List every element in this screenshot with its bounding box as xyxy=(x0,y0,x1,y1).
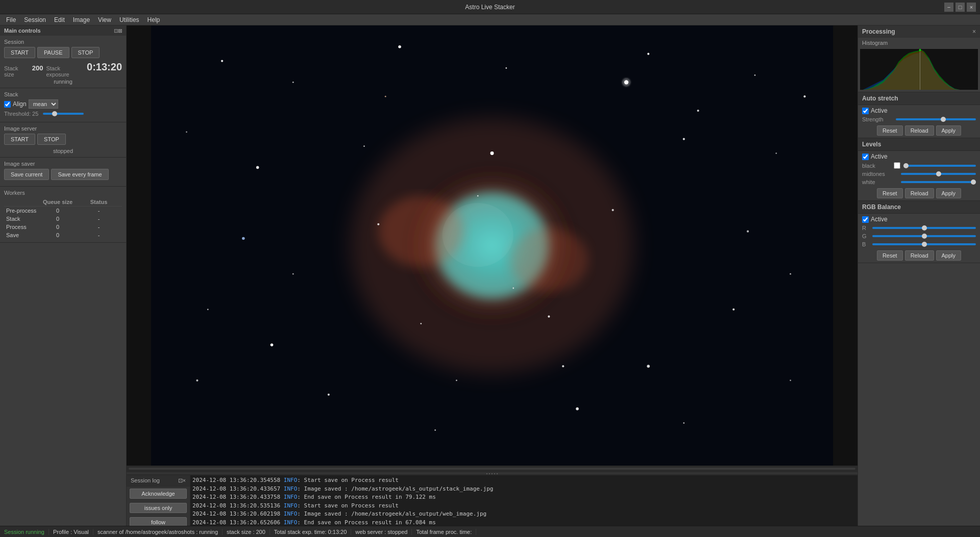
menu-edit[interactable]: Edit xyxy=(50,15,69,24)
workers-table: Queue size Status Pre-process 0 - Stack … xyxy=(4,198,122,239)
svg-point-17 xyxy=(775,152,777,154)
levels-section: Levels Active black midtones white Reset… xyxy=(858,138,980,201)
g-row: G xyxy=(858,232,980,240)
histogram-label: Histogram xyxy=(858,38,980,47)
image-container xyxy=(127,25,857,466)
processing-title: Processing xyxy=(862,28,895,35)
svg-point-25 xyxy=(683,422,684,424)
rgb-balance-header: RGB Balance xyxy=(858,201,980,214)
svg-point-24 xyxy=(328,394,330,396)
levels-reload-button[interactable]: Reload xyxy=(905,188,934,198)
black-slider[interactable] xyxy=(903,165,976,167)
levels-reset-button[interactable]: Reset xyxy=(877,188,903,198)
svg-point-41 xyxy=(385,96,386,97)
b-label: B xyxy=(862,241,870,247)
list-item: 2024-12-08 13:36:20.433657 INFO: Image s… xyxy=(192,485,855,494)
col-name-header xyxy=(4,198,40,207)
worker-status: - xyxy=(76,231,122,239)
nebula-image xyxy=(127,25,857,466)
rgb-apply-button[interactable]: Apply xyxy=(936,250,962,261)
status-bar: Session runningProfile : Visualscanner o… xyxy=(0,526,980,537)
svg-point-40 xyxy=(562,365,564,367)
image-server-stop-button[interactable]: STOP xyxy=(37,134,66,145)
stack-exposure-value: 0:13:20 xyxy=(87,61,122,73)
close-button[interactable]: × xyxy=(967,3,976,12)
image-server-btn-row: START STOP xyxy=(4,134,122,145)
auto-stretch-reset-button[interactable]: Reset xyxy=(877,125,903,136)
auto-stretch-reload-button[interactable]: Reload xyxy=(905,125,934,136)
stop-button[interactable]: STOP xyxy=(71,47,100,58)
worker-name: Process xyxy=(4,223,40,231)
svg-point-16 xyxy=(683,138,685,140)
image-server-section: Image server START STOP stopped xyxy=(0,122,126,158)
main-controls-title: Main controls ⊡⊠ xyxy=(0,25,126,36)
svg-point-32 xyxy=(512,288,514,289)
black-checkbox[interactable] xyxy=(894,162,900,169)
levels-header: Levels xyxy=(858,138,980,151)
menu-file[interactable]: File xyxy=(2,15,20,24)
g-slider[interactable] xyxy=(872,235,976,237)
menu-session[interactable]: Session xyxy=(20,15,50,24)
svg-point-43 xyxy=(196,379,198,381)
auto-stretch-header: Auto stretch xyxy=(858,92,980,105)
threshold-row: Threshold: 25 xyxy=(4,111,122,117)
table-row: Stack 0 - xyxy=(4,215,122,223)
svg-point-48 xyxy=(919,49,921,51)
svg-point-11 xyxy=(754,74,756,76)
auto-stretch-active-checkbox[interactable] xyxy=(862,108,869,114)
follow-button[interactable]: follow xyxy=(130,517,187,526)
svg-point-30 xyxy=(548,316,550,318)
menu-view[interactable]: View xyxy=(94,15,115,24)
midtones-label: midtones xyxy=(862,171,892,177)
save-current-button[interactable]: Save current xyxy=(4,169,49,180)
start-button[interactable]: START xyxy=(4,47,35,58)
svg-point-21 xyxy=(790,273,791,275)
menu-utilities[interactable]: Utilities xyxy=(115,15,143,24)
save-every-frame-button[interactable]: Save every frame xyxy=(51,169,108,180)
processing-close-icon[interactable]: × xyxy=(972,28,976,35)
restore-button[interactable]: □ xyxy=(955,3,965,12)
align-label: Align xyxy=(13,100,27,108)
log-title-icons[interactable]: ⊡× xyxy=(178,477,186,484)
issues-only-button[interactable]: issues only xyxy=(130,503,187,513)
minimize-button[interactable]: − xyxy=(944,3,953,12)
right-panel: Processing × Histogram xyxy=(857,25,980,526)
svg-point-6 xyxy=(221,60,223,62)
worker-name: Pre-process xyxy=(4,207,40,215)
align-checkbox[interactable] xyxy=(4,101,11,108)
levels-active-checkbox[interactable] xyxy=(862,154,869,160)
panel-title-icons[interactable]: ⊡⊠ xyxy=(114,28,122,34)
white-slider[interactable] xyxy=(901,181,976,183)
log-sidebar: Session log ⊡× Acknowledge issues only f… xyxy=(127,475,190,526)
midtones-slider[interactable] xyxy=(901,173,976,175)
worker-name: Save xyxy=(4,231,40,239)
pause-button[interactable]: PAUSE xyxy=(37,47,69,58)
black-label: black xyxy=(862,163,892,169)
image-server-start-button[interactable]: START xyxy=(4,134,35,145)
auto-stretch-active-row: Active xyxy=(858,105,980,115)
stack-size-value: 200 xyxy=(32,64,43,72)
image-scrollbar-track[interactable] xyxy=(129,468,855,470)
svg-point-42 xyxy=(697,110,699,112)
rgb-active-checkbox[interactable] xyxy=(862,216,869,223)
svg-point-29 xyxy=(420,323,422,324)
r-slider[interactable] xyxy=(872,227,976,229)
titlebar-controls: − □ × xyxy=(944,0,976,14)
threshold-slider[interactable] xyxy=(43,113,84,115)
levels-btn-row: Reset Reload Apply xyxy=(858,186,980,200)
b-slider[interactable] xyxy=(872,243,976,245)
levels-apply-button[interactable]: Apply xyxy=(936,188,962,198)
acknowledge-button[interactable]: Acknowledge xyxy=(130,489,187,499)
image-saver-label: Image saver xyxy=(4,161,122,167)
menu-help[interactable]: Help xyxy=(143,15,164,24)
menu-image[interactable]: Image xyxy=(69,15,94,24)
svg-point-44 xyxy=(790,380,791,381)
center-column: • • • • • Session log ⊡× Acknowledge iss… xyxy=(127,25,857,526)
rgb-reload-button[interactable]: Reload xyxy=(905,250,934,261)
align-select[interactable]: mean sum xyxy=(29,99,58,109)
svg-point-34 xyxy=(622,78,631,87)
auto-stretch-apply-button[interactable]: Apply xyxy=(936,125,962,136)
image-saver-section: Image saver Save current Save every fram… xyxy=(0,158,126,187)
strength-slider[interactable] xyxy=(896,118,976,120)
rgb-reset-button[interactable]: Reset xyxy=(877,250,903,261)
